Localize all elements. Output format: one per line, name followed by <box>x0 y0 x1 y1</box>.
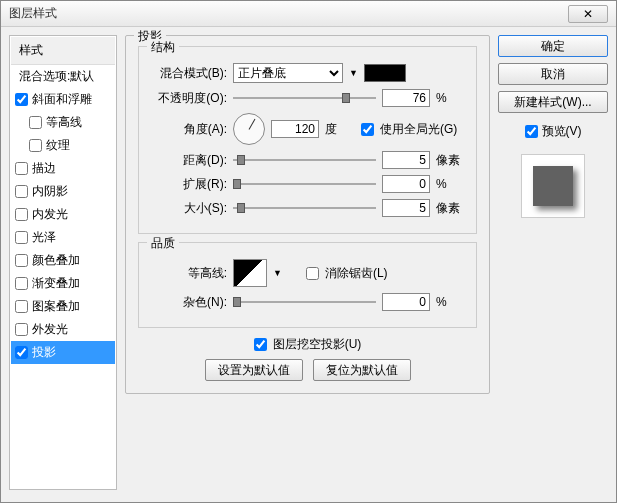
distance-label: 距离(D): <box>149 152 227 169</box>
chevron-down-icon: ▼ <box>349 68 358 78</box>
distance-slider[interactable] <box>233 153 376 167</box>
structure-title: 结构 <box>147 39 179 56</box>
styles-list: 样式 混合选项:默认 斜面和浮雕等高线纹理描边内阴影内发光光泽颜色叠加渐变叠加图… <box>9 35 117 490</box>
chevron-down-icon-2: ▼ <box>273 268 282 278</box>
style-item-checkbox[interactable] <box>15 346 28 359</box>
style-item-checkbox[interactable] <box>15 231 28 244</box>
style-item-label: 内发光 <box>32 206 68 223</box>
style-item-label: 斜面和浮雕 <box>32 91 92 108</box>
style-item-label: 内阴影 <box>32 183 68 200</box>
opacity-label: 不透明度(O): <box>149 90 227 107</box>
style-item-label: 外发光 <box>32 321 68 338</box>
angle-input[interactable] <box>271 120 319 138</box>
opacity-slider[interactable] <box>233 91 376 105</box>
titlebar: 图层样式 ✕ <box>1 1 616 27</box>
style-item-checkbox[interactable] <box>15 208 28 221</box>
drop-shadow-section: 投影 结构 混合模式(B): 正片叠底 ▼ 不透明度(O): <box>125 35 490 394</box>
style-item-checkbox[interactable] <box>15 277 28 290</box>
style-item-11[interactable]: 投影 <box>11 341 115 364</box>
style-item-9[interactable]: 图案叠加 <box>11 295 115 318</box>
opacity-input[interactable] <box>382 89 430 107</box>
size-slider[interactable] <box>233 201 376 215</box>
style-item-label: 颜色叠加 <box>32 252 80 269</box>
styles-header: 样式 <box>11 37 115 65</box>
style-item-checkbox[interactable] <box>29 116 42 129</box>
blendmode-label: 混合模式(B): <box>149 65 227 82</box>
layer-style-dialog: 图层样式 ✕ 样式 混合选项:默认 斜面和浮雕等高线纹理描边内阴影内发光光泽颜色… <box>0 0 617 503</box>
global-light-label: 使用全局光(G) <box>380 121 457 138</box>
style-item-3[interactable]: 描边 <box>11 157 115 180</box>
angle-dial[interactable] <box>233 113 265 145</box>
knockout-checkbox[interactable] <box>254 338 267 351</box>
spread-input[interactable] <box>382 175 430 193</box>
style-item-8[interactable]: 渐变叠加 <box>11 272 115 295</box>
style-item-checkbox[interactable] <box>15 254 28 267</box>
style-item-label: 纹理 <box>46 137 70 154</box>
reset-default-button[interactable]: 复位为默认值 <box>313 359 411 381</box>
style-item-label: 等高线 <box>46 114 82 131</box>
preview-thumbnail <box>521 154 585 218</box>
preview-swatch <box>533 166 573 206</box>
action-panel: 确定 取消 新建样式(W)... 预览(V) <box>498 35 608 490</box>
antialias-checkbox[interactable] <box>306 267 319 280</box>
contour-label: 等高线: <box>149 265 227 282</box>
blend-options-label: 混合选项:默认 <box>19 68 94 85</box>
style-item-checkbox[interactable] <box>15 162 28 175</box>
dialog-title: 图层样式 <box>9 5 568 22</box>
style-item-checkbox[interactable] <box>15 93 28 106</box>
set-default-button[interactable]: 设置为默认值 <box>205 359 303 381</box>
preview-label: 预览(V) <box>542 123 582 140</box>
shadow-color-swatch[interactable] <box>364 64 406 82</box>
spread-slider[interactable] <box>233 177 376 191</box>
percent-unit-2: % <box>436 177 466 191</box>
quality-title: 品质 <box>147 235 179 252</box>
style-item-label: 描边 <box>32 160 56 177</box>
settings-panel: 投影 结构 混合模式(B): 正片叠底 ▼ 不透明度(O): <box>125 35 490 490</box>
global-light-checkbox[interactable] <box>361 123 374 136</box>
style-item-7[interactable]: 颜色叠加 <box>11 249 115 272</box>
cancel-button[interactable]: 取消 <box>498 63 608 85</box>
style-item-2[interactable]: 纹理 <box>11 134 115 157</box>
blend-options-item[interactable]: 混合选项:默认 <box>11 65 115 88</box>
style-item-10[interactable]: 外发光 <box>11 318 115 341</box>
close-icon: ✕ <box>583 7 593 21</box>
px-unit: 像素 <box>436 152 466 169</box>
spread-label: 扩展(R): <box>149 176 227 193</box>
knockout-label: 图层挖空投影(U) <box>273 336 362 353</box>
percent-unit-3: % <box>436 295 466 309</box>
style-item-label: 光泽 <box>32 229 56 246</box>
preview-checkbox[interactable] <box>525 125 538 138</box>
style-item-label: 渐变叠加 <box>32 275 80 292</box>
percent-unit: % <box>436 91 466 105</box>
close-button[interactable]: ✕ <box>568 5 608 23</box>
degree-unit: 度 <box>325 121 355 138</box>
size-label: 大小(S): <box>149 200 227 217</box>
style-item-6[interactable]: 光泽 <box>11 226 115 249</box>
style-item-checkbox[interactable] <box>15 185 28 198</box>
px-unit-2: 像素 <box>436 200 466 217</box>
style-item-4[interactable]: 内阴影 <box>11 180 115 203</box>
style-item-label: 投影 <box>32 344 56 361</box>
angle-label: 角度(A): <box>149 121 227 138</box>
style-item-1[interactable]: 等高线 <box>11 111 115 134</box>
noise-label: 杂色(N): <box>149 294 227 311</box>
ok-button[interactable]: 确定 <box>498 35 608 57</box>
size-input[interactable] <box>382 199 430 217</box>
blendmode-select[interactable]: 正片叠底 <box>233 63 343 83</box>
distance-input[interactable] <box>382 151 430 169</box>
quality-group: 品质 等高线: ▼ 消除锯齿(L) 杂色(N): % <box>138 242 477 328</box>
style-item-checkbox[interactable] <box>29 139 42 152</box>
noise-input[interactable] <box>382 293 430 311</box>
style-item-5[interactable]: 内发光 <box>11 203 115 226</box>
style-item-0[interactable]: 斜面和浮雕 <box>11 88 115 111</box>
new-style-button[interactable]: 新建样式(W)... <box>498 91 608 113</box>
style-item-checkbox[interactable] <box>15 323 28 336</box>
antialias-label: 消除锯齿(L) <box>325 265 388 282</box>
style-item-checkbox[interactable] <box>15 300 28 313</box>
style-item-label: 图案叠加 <box>32 298 80 315</box>
noise-slider[interactable] <box>233 295 376 309</box>
contour-picker[interactable] <box>233 259 267 287</box>
structure-group: 结构 混合模式(B): 正片叠底 ▼ 不透明度(O): % <box>138 46 477 234</box>
